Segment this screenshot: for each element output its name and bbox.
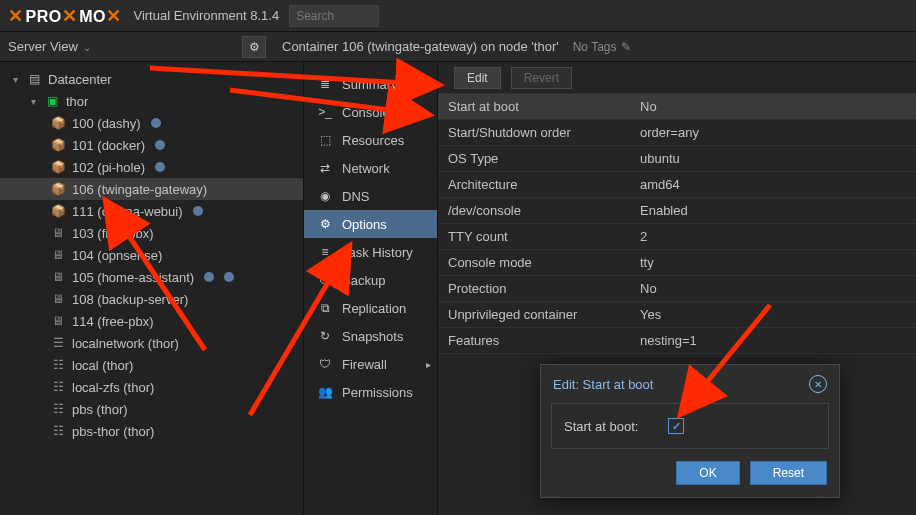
option-row[interactable]: ProtectionNo [438, 276, 916, 302]
disk-icon: ☷ [50, 380, 66, 394]
option-row[interactable]: Start at bootNo [438, 94, 916, 120]
option-row[interactable]: Architectureamd64 [438, 172, 916, 198]
nav-icon: 👥 [318, 385, 332, 399]
option-row[interactable]: OS Typeubuntu [438, 146, 916, 172]
dialog-body: Start at boot: ✓ [551, 403, 829, 449]
tree-item-label: 105 (home-assistant) [72, 270, 194, 285]
search-input[interactable]: Search [289, 5, 379, 27]
option-value: Enabled [634, 203, 916, 218]
tree-item[interactable]: 🖥114 (free-pbx) [0, 310, 303, 332]
tree-item-label: 101 (docker) [72, 138, 145, 153]
collapse-icon[interactable]: ▾ [10, 74, 20, 85]
tree-item[interactable]: 🖥104 (opnsense) [0, 244, 303, 266]
tree-item[interactable]: 📦102 (pi-hole) [0, 156, 303, 178]
tree-item[interactable]: ☷pbs (thor) [0, 398, 303, 420]
nav-item-dns[interactable]: ◉DNS [304, 182, 437, 210]
tree-item[interactable]: ☰localnetwork (thor) [0, 332, 303, 354]
nav-item-summary[interactable]: ≣Summary [304, 70, 437, 98]
tree-item[interactable]: 📦111 (ollama-webui) [0, 200, 303, 222]
no-tags[interactable]: No Tags✎ [573, 40, 631, 54]
nav-icon: >_ [318, 105, 332, 119]
collapse-icon[interactable]: ▾ [28, 96, 38, 107]
dialog-title: Edit: Start at boot [553, 377, 653, 392]
option-key: Console mode [438, 255, 634, 270]
option-value: No [634, 99, 916, 114]
server-view-selector[interactable]: Server View ⌄ ⚙ [6, 36, 266, 58]
nav-item-console[interactable]: >_Console [304, 98, 437, 126]
option-row[interactable]: TTY count2 [438, 224, 916, 250]
option-row[interactable]: Featuresnesting=1 [438, 328, 916, 354]
tree-item[interactable]: 📦106 (twingate-gateway) [0, 178, 303, 200]
option-value: Yes [634, 307, 916, 322]
gear-button[interactable]: ⚙ [242, 36, 266, 58]
tree-item-label: 100 (dashy) [72, 116, 141, 131]
dialog-footer: OK Reset [541, 461, 839, 497]
chevron-down-icon: ⌄ [80, 42, 91, 53]
tree-item[interactable]: ☷local-zfs (thor) [0, 376, 303, 398]
option-row[interactable]: Unprivileged containerYes [438, 302, 916, 328]
option-value: order=any [634, 125, 916, 140]
nav-icon: ⏱ [318, 273, 332, 287]
version-label: Virtual Environment 8.1.4 [133, 8, 279, 23]
option-row[interactable]: /dev/consoleEnabled [438, 198, 916, 224]
tree-item[interactable]: ☷local (thor) [0, 354, 303, 376]
no-tags-label: No Tags [573, 40, 617, 54]
close-button[interactable]: ✕ [809, 375, 827, 393]
tree-item[interactable]: 📦101 (docker) [0, 134, 303, 156]
nav-label: Permissions [342, 385, 413, 400]
disk-icon: ☷ [50, 358, 66, 372]
start-at-boot-checkbox[interactable]: ✓ [668, 418, 684, 434]
nav-item-permissions[interactable]: 👥Permissions [304, 378, 437, 406]
monitor-icon: 🖥 [50, 270, 66, 284]
nav-item-task-history[interactable]: ≡Task History [304, 238, 437, 266]
nav-icon: ⬚ [318, 133, 332, 147]
nav-label: Resources [342, 133, 404, 148]
option-row[interactable]: Start/Shutdown orderorder=any [438, 120, 916, 146]
net-icon: ☰ [50, 336, 66, 350]
nav-icon: ↻ [318, 329, 332, 343]
tree-item-label: 104 (opnsense) [72, 248, 162, 263]
tree-item[interactable]: 🖥105 (home-assistant) [0, 266, 303, 288]
reset-label: Reset [773, 466, 804, 480]
nav-item-firewall[interactable]: 🛡Firewall▸ [304, 350, 437, 378]
nav-icon: ≡ [318, 245, 332, 259]
tag-dot [155, 140, 165, 150]
x-icon: ✕ [8, 5, 24, 27]
nav-icon: ⚙ [318, 217, 332, 231]
tree-label: Datacenter [48, 72, 112, 87]
cube-green-icon: 📦 [50, 160, 66, 174]
close-icon: ✕ [814, 379, 822, 390]
option-value: amd64 [634, 177, 916, 192]
tree-item-label: 114 (free-pbx) [72, 314, 154, 329]
tree-label: thor [66, 94, 88, 109]
option-key: Start at boot [438, 99, 634, 114]
tree-node-row[interactable]: ▾ ▣ thor [0, 90, 303, 112]
tree-item-label: local (thor) [72, 358, 133, 373]
tree-item[interactable]: 🖥103 (free-pbx) [0, 222, 303, 244]
cube-green-icon: 📦 [50, 138, 66, 152]
nav-item-options[interactable]: ⚙Options [304, 210, 437, 238]
nav-label: Backup [342, 273, 385, 288]
tree-item[interactable]: 🖥108 (backup-server) [0, 288, 303, 310]
nav-item-resources[interactable]: ⬚Resources [304, 126, 437, 154]
nav-label: Options [342, 217, 387, 232]
option-row[interactable]: Console modetty [438, 250, 916, 276]
container-nav: ≣Summary>_Console⬚Resources⇄Network◉DNS⚙… [303, 62, 438, 515]
revert-button[interactable]: Revert [511, 67, 572, 89]
nav-item-network[interactable]: ⇄Network [304, 154, 437, 182]
tree-datacenter-row[interactable]: ▾ ▤ Datacenter [0, 68, 303, 90]
ok-button[interactable]: OK [676, 461, 739, 485]
nav-item-backup[interactable]: ⏱Backup [304, 266, 437, 294]
ok-label: OK [699, 466, 716, 480]
monitor-icon: 🖥 [50, 226, 66, 240]
tree-item-label: pbs (thor) [72, 402, 128, 417]
tree-item[interactable]: 📦100 (dashy) [0, 112, 303, 134]
cube-green-icon: 📦 [50, 116, 66, 130]
edit-button[interactable]: Edit [454, 67, 501, 89]
tree-item[interactable]: ☷pbs-thor (thor) [0, 420, 303, 442]
nav-item-replication[interactable]: ⧉Replication [304, 294, 437, 322]
nav-item-snapshots[interactable]: ↻Snapshots [304, 322, 437, 350]
reset-button[interactable]: Reset [750, 461, 827, 485]
nav-label: Console [342, 105, 390, 120]
nav-label: Task History [342, 245, 413, 260]
